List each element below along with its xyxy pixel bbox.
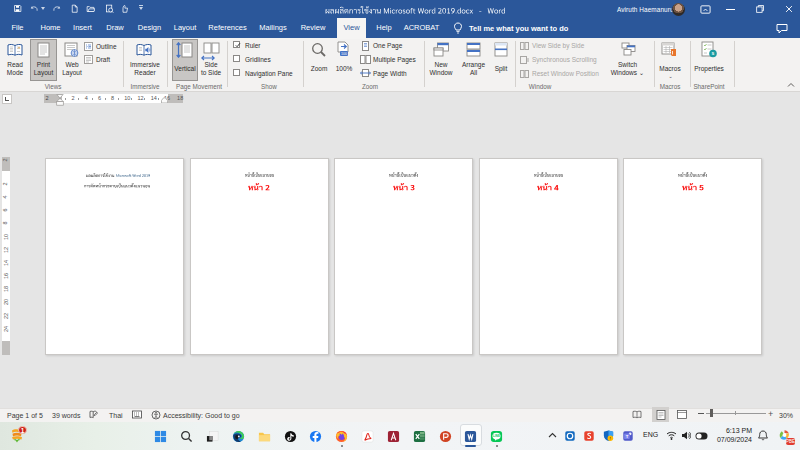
svg-text:s: s	[712, 50, 715, 56]
svg-text:T: T	[626, 434, 629, 439]
svg-text:100: 100	[341, 52, 347, 56]
svg-text:LINE: LINE	[493, 434, 500, 438]
